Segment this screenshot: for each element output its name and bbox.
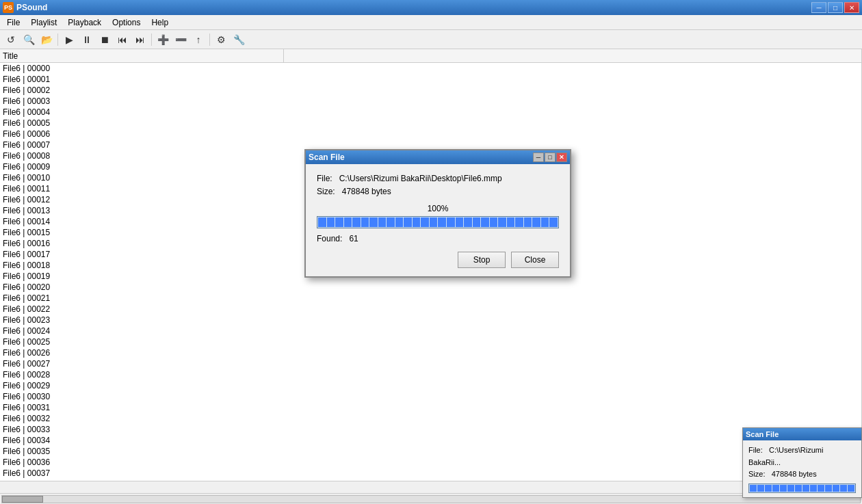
toolbar: ↺ 🔍 📂 ▶ ⏸ ⏹ ⏮ ⏭ ➕ ➖ ↑ ⚙ 🔧 bbox=[0, 30, 862, 49]
list-item[interactable]: File6 | 00002 bbox=[0, 85, 861, 96]
list-item[interactable]: File6 | 00036 bbox=[0, 457, 861, 468]
scan-dialog-buttons: Stop Close bbox=[317, 252, 559, 268]
prev-button[interactable]: ⏮ bbox=[114, 32, 131, 47]
list-item[interactable]: File6 | 00000 bbox=[0, 63, 861, 74]
progress-bar bbox=[317, 216, 559, 228]
progress-segment bbox=[369, 217, 378, 227]
mini-progress-segment bbox=[757, 485, 764, 492]
progress-segment bbox=[541, 217, 549, 227]
list-item[interactable]: File6 | 00024 bbox=[0, 326, 861, 336]
title-bar-controls: ─ □ ✕ bbox=[811, 2, 859, 13]
list-item[interactable]: File6 | 00022 bbox=[0, 304, 861, 315]
scan-dialog-close[interactable]: ✕ bbox=[556, 152, 567, 162]
size-label: Size: bbox=[317, 187, 335, 196]
found-value: 61 bbox=[349, 234, 358, 243]
mini-scan-dialog[interactable]: Scan File File: C:\Users\Rizumi BakaRii.… bbox=[742, 427, 862, 498]
list-item[interactable]: File6 | 00026 bbox=[0, 347, 861, 358]
list-item[interactable]: File6 | 00032 bbox=[0, 413, 861, 424]
next-button[interactable]: ⏭ bbox=[132, 32, 148, 47]
progress-segment bbox=[404, 217, 412, 227]
menu-options[interactable]: Options bbox=[107, 16, 146, 29]
h-scroll-track[interactable] bbox=[1, 495, 861, 503]
progress-segment bbox=[378, 217, 387, 227]
list-item[interactable]: File6 | 00005 bbox=[0, 118, 861, 129]
scan-dialog-maximize[interactable]: □ bbox=[545, 152, 556, 162]
progress-segment bbox=[430, 217, 438, 227]
mini-progress-segment bbox=[780, 485, 787, 492]
list-item[interactable]: File6 | 00037 bbox=[0, 468, 861, 479]
progress-segment bbox=[473, 217, 481, 227]
list-item[interactable]: File6 | 00023 bbox=[0, 315, 861, 326]
play-button[interactable]: ▶ bbox=[61, 32, 77, 47]
scan-dialog-title-bar: Scan File ─ □ ✕ bbox=[306, 150, 570, 164]
mini-file-line: File: C:\Users\Rizumi BakaRii... bbox=[748, 445, 856, 468]
progress-segment bbox=[413, 217, 421, 227]
file-label: File: bbox=[317, 174, 332, 183]
wrench-button[interactable]: 🔧 bbox=[231, 32, 247, 47]
progress-segment bbox=[532, 217, 540, 227]
list-item[interactable]: File6 | 00006 bbox=[0, 129, 861, 140]
list-item[interactable]: File6 | 00025 bbox=[0, 336, 861, 347]
mini-progress-segment bbox=[772, 485, 779, 492]
moveup-button[interactable]: ↑ bbox=[190, 32, 207, 47]
mini-progress-segment bbox=[840, 485, 847, 492]
progress-segment bbox=[481, 217, 489, 227]
add-button[interactable]: ➕ bbox=[155, 32, 171, 47]
scan-dialog-info: File: C:\Users\Rizumi BakaRii\Desktop\Fi… bbox=[317, 172, 559, 198]
mini-size-line: Size: 478848 bytes bbox=[748, 468, 856, 481]
h-scrollbar[interactable] bbox=[0, 493, 862, 504]
settings-button[interactable]: ⚙ bbox=[213, 32, 229, 47]
list-item[interactable]: File6 | 00034 bbox=[0, 435, 861, 446]
list-item[interactable]: File6 | 00035 bbox=[0, 446, 861, 457]
size-value: 478848 bytes bbox=[342, 187, 391, 196]
list-item[interactable]: File6 | 00021 bbox=[0, 293, 861, 304]
list-item[interactable]: File6 | 00020 bbox=[0, 282, 861, 293]
menu-playback[interactable]: Playback bbox=[62, 16, 107, 29]
progress-segment bbox=[447, 217, 455, 227]
mini-progress-segment bbox=[750, 485, 757, 492]
stop-button[interactable]: ⏹ bbox=[96, 32, 113, 47]
folder-button[interactable]: 📂 bbox=[38, 32, 55, 47]
scan-dialog-found: Found: 61 bbox=[317, 234, 559, 243]
progress-segment bbox=[352, 217, 361, 227]
progress-segment bbox=[456, 217, 464, 227]
column-title: Title bbox=[0, 49, 284, 62]
progress-segment bbox=[438, 217, 446, 227]
mini-progress-segment bbox=[795, 485, 802, 492]
progress-segment bbox=[464, 217, 472, 227]
menu-file[interactable]: File bbox=[1, 16, 25, 29]
pause-button[interactable]: ⏸ bbox=[79, 32, 95, 47]
list-item[interactable]: File6 | 00003 bbox=[0, 96, 861, 107]
stop-button-dialog[interactable]: Stop bbox=[458, 252, 506, 268]
list-item[interactable]: File6 | 00028 bbox=[0, 369, 861, 380]
scan-dialog-minimize[interactable]: ─ bbox=[533, 152, 544, 162]
list-item[interactable]: File6 | 00027 bbox=[0, 358, 861, 369]
scan-dialog-controls: ─ □ ✕ bbox=[533, 152, 567, 162]
search-button[interactable]: 🔍 bbox=[21, 32, 37, 47]
remove-button[interactable]: ➖ bbox=[172, 32, 189, 47]
list-item[interactable]: File6 | 00004 bbox=[0, 107, 861, 118]
scan-dialog[interactable]: Scan File ─ □ ✕ File: C:\Users\Rizumi Ba… bbox=[304, 149, 571, 278]
progress-segment bbox=[498, 217, 506, 227]
list-item[interactable]: File6 | 00031 bbox=[0, 402, 861, 413]
mini-progress-segment bbox=[825, 485, 832, 492]
close-button[interactable]: ✕ bbox=[844, 2, 859, 13]
minimize-button[interactable]: ─ bbox=[811, 2, 826, 13]
menu-playlist[interactable]: Playlist bbox=[25, 16, 62, 29]
mini-progress-segment bbox=[802, 485, 809, 492]
close-button-dialog[interactable]: Close bbox=[511, 252, 559, 268]
title-bar-left: PS PSound bbox=[3, 2, 47, 13]
maximize-button[interactable]: □ bbox=[828, 2, 843, 13]
list-item[interactable]: File6 | 00001 bbox=[0, 74, 861, 85]
toolbar-sep-1 bbox=[57, 34, 58, 46]
progress-segment bbox=[490, 217, 498, 227]
list-item[interactable]: File6 | 00029 bbox=[0, 380, 861, 391]
mini-progress-segment bbox=[765, 485, 772, 492]
h-scroll-thumb[interactable] bbox=[2, 496, 43, 503]
mini-file-label: File: bbox=[748, 446, 763, 454]
list-item[interactable]: File6 | 00030 bbox=[0, 391, 861, 402]
list-item[interactable]: File6 | 00033 bbox=[0, 424, 861, 435]
menu-help[interactable]: Help bbox=[146, 16, 174, 29]
scan-dialog-percent: 100% bbox=[317, 204, 559, 213]
refresh-button[interactable]: ↺ bbox=[3, 32, 19, 47]
